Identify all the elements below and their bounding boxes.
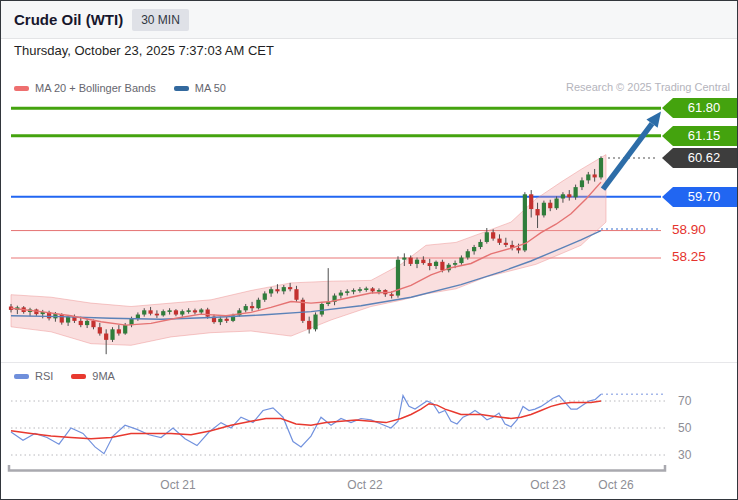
timeframe-badge: 30 MIN [132, 9, 189, 31]
price-label-resistance-1: 61.80 [662, 98, 737, 118]
legend-item-rsi: RSI [14, 370, 53, 382]
candlestick-chart-canvas [1, 61, 738, 362]
rsi-swatch-icon [14, 374, 29, 379]
instrument-title: Crude Oil (WTI) [14, 11, 123, 28]
chart-widget: Crude Oil (WTI) 30 MIN Thursday, October… [0, 0, 738, 500]
price-label-pivot: 59.70 [662, 187, 737, 207]
chart-header: Crude Oil (WTI) 30 MIN [1, 1, 737, 39]
x-axis-label-oct26: Oct 26 [581, 478, 651, 492]
timestamp: Thursday, October 23, 2025 7:37:03 AM CE… [14, 43, 274, 58]
rsi-grid-label-70: 70 [678, 394, 691, 408]
rsi-grid-label-30: 30 [678, 448, 691, 462]
rsi-legend: RSI 9MA [14, 370, 133, 382]
legend-item-9ma: 9MA [71, 370, 115, 382]
legend-label: RSI [35, 370, 53, 382]
x-axis-label-oct21: Oct 21 [143, 478, 213, 492]
price-label-support-1: 58.90 [672, 222, 706, 237]
price-label-support-2: 58.25 [672, 249, 706, 264]
rsi-grid-label-50: 50 [678, 421, 691, 435]
panel-divider [1, 362, 738, 363]
price-label-resistance-2: 61.15 [662, 126, 737, 146]
rsi-chart-canvas [1, 386, 738, 478]
x-axis-label-oct22: Oct 22 [330, 478, 400, 492]
x-axis-label-oct23: Oct 23 [513, 478, 583, 492]
price-label-last-price: 60.62 [662, 148, 737, 168]
nine-ma-swatch-icon [71, 374, 86, 379]
legend-label: 9MA [92, 370, 115, 382]
